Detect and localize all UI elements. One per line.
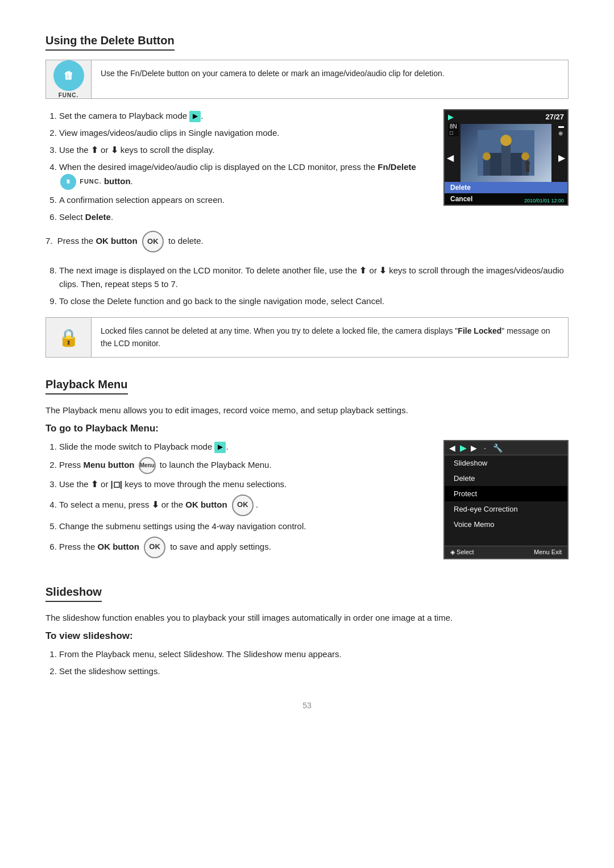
slideshow-description: The slideshow function enables you to pl… [45, 611, 569, 625]
delete-steps-continued: The next image is displayed on the LCD m… [59, 264, 569, 308]
playback-section: Playback Menu The Playback menu allows y… [45, 378, 569, 565]
delete-steps-area: Set the camera to Playback mode ▶. View … [45, 109, 569, 258]
func-info-box: 🗑 FUNC. Use the Fn/Delete button on your… [45, 60, 569, 99]
pb-wrench-icon: 🔧 [493, 443, 503, 452]
pb-menu-list: Slideshow Delete Protect Red-eye Correct… [445, 455, 567, 532]
pb-select-label: ◈ Select [450, 549, 474, 556]
pb-menu-protect: Protect [445, 486, 567, 501]
timestamp: 2010/01/01 12:00 [524, 198, 564, 203]
playback-menu-ui: ◀ ▶ ▶ · 🔧 Slideshow Delete Protect Red-e… [443, 440, 569, 559]
top-icons: ▬ ⊕ [558, 123, 564, 136]
menu-button-icon: Menu [139, 457, 156, 474]
ok-button-icon-1: OK [142, 231, 164, 252]
delete-section: Using the Delete Button 🗑 FUNC. Use the … [45, 34, 569, 358]
pb-menu-delete: Delete [445, 471, 567, 486]
slideshow-title: Slideshow [45, 585, 102, 602]
playback-steps-list: Slide the mode switch to Playback mode ▶… [59, 440, 426, 558]
svg-point-3 [500, 135, 512, 146]
delete-steps-col: Set the camera to Playback mode ▶. View … [45, 109, 426, 258]
pb-step-5: Change the submenu settings using the 4-… [59, 520, 426, 533]
slideshow-section: Slideshow The slideshow function enables… [45, 585, 569, 678]
frame-counter: 27/27 [545, 113, 564, 121]
playback-icon-inline-1: ▶ [214, 442, 226, 453]
func-info-text: Use the Fn/Delete button on your camera … [92, 60, 568, 98]
pb-step-4: To select a menu, press ⬇ or the OK butt… [59, 495, 426, 516]
pb-step-1: Slide the mode switch to Playback mode ▶… [59, 440, 426, 454]
playback-description: The Playback menu allows you to edit ima… [45, 404, 569, 417]
menu-delete-selected: Delete [445, 182, 567, 193]
play-icon: ▶ [448, 113, 454, 121]
slideshow-steps-list: From the Playback menu, select Slideshow… [59, 647, 569, 678]
playback-steps-col: Slide the mode switch to Playback mode ▶… [45, 440, 426, 565]
ss-step-2: Set the slideshow settings. [59, 665, 569, 678]
delete-step-5: A confirmation selection appears on scre… [59, 193, 426, 207]
delete-step-1: Set the camera to Playback mode ▶. [59, 109, 426, 123]
delete-steps-list: Set the camera to Playback mode ▶. View … [59, 109, 426, 224]
ok-button-icon-2: OK [232, 495, 254, 516]
delete-step-6: Select Delete. [59, 210, 426, 224]
slideshow-subsection-title: To view slideshow: [45, 630, 569, 642]
playback-steps-area: Slide the mode switch to Playback mode ▶… [45, 440, 569, 565]
lcd-preview-delete: ▶ 27/27 8N □ ▬ ⊕ [443, 109, 569, 206]
delete-step-7: 7. Press the OK button OK to delete. [45, 231, 426, 252]
pb-left-arrow: ◀ [449, 443, 455, 452]
pb-exit-label: Menu Exit [534, 549, 562, 556]
pb-step-6: Press the OK button OK to save and apply… [59, 537, 426, 558]
pb-menu-redeye: Red-eye Correction [445, 501, 567, 517]
size-badge: 8N □ [448, 123, 459, 136]
func-icon-area: 🗑 FUNC. [46, 60, 92, 98]
pb-step-2: Press Menu button Menu to launch the Pla… [59, 457, 426, 474]
pb-right-arrow: ▶ [471, 443, 477, 452]
func-label: FUNC. [59, 92, 79, 98]
lock-warning-box: 🔒 Locked files cannot be deleted at any … [45, 317, 569, 358]
lock-icon: 🔒 [46, 318, 92, 357]
page-number: 53 [45, 701, 569, 710]
delete-step-3: Use the ⬆ or ⬇ keys to scroll the displa… [59, 143, 426, 157]
ss-step-1: From the Playback menu, select Slideshow… [59, 647, 569, 661]
pb-step-3: Use the ⬆ or |◻| keys to move through th… [59, 477, 426, 491]
pb-play-icon: ▶ [460, 443, 466, 452]
playback-subsection-title: To go to Playback Menu: [45, 423, 569, 434]
playback-mode-icon-1: ▶ [189, 111, 201, 122]
ok-button-icon-3: OK [144, 537, 165, 558]
delete-step-4: When the desired image/video/audio clip … [59, 160, 426, 190]
delete-title: Using the Delete Button [45, 34, 175, 51]
delete-step-9: To close the Delete function and go back… [59, 294, 569, 308]
lock-warning-text: Locked files cannot be deleted at any ti… [92, 318, 568, 357]
delete-step-8: The next image is displayed on the LCD m… [59, 264, 569, 291]
pb-separator: · [484, 443, 486, 452]
func-badge-inline: 🗑 [60, 174, 76, 190]
func-text-inline: FUNC. [80, 178, 102, 185]
playback-title: Playback Menu [45, 378, 128, 394]
delete-step-2: View images/videos/audio clips in Single… [59, 126, 426, 140]
svg-rect-9 [526, 165, 529, 172]
camera-preview-delete: ▶ 27/27 8N □ ▬ ⊕ [443, 109, 569, 206]
pb-menu-slideshow: Slideshow [445, 455, 567, 471]
preview-top-bar: ▶ 27/27 [445, 113, 567, 121]
nav-arrows: ◀ ▶ [445, 152, 567, 163]
pb-bottom-bar: ◈ Select Menu Exit [445, 546, 567, 558]
pb-menu-voicememo: Voice Memo [445, 517, 567, 532]
pb-top-bar: ◀ ▶ ▶ · 🔧 [445, 441, 567, 455]
func-button-icon: 🗑 [53, 60, 84, 91]
